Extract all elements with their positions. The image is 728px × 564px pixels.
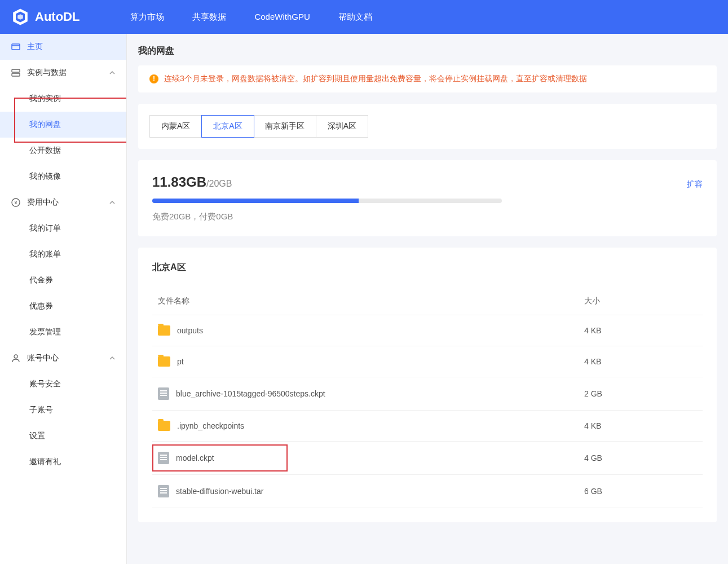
tab-nanjing[interactable]: 南京新手区 (254, 116, 316, 137)
sidebar-group-instance[interactable]: 实例与数据 (0, 60, 126, 86)
instance-icon (11, 68, 20, 77)
file-name: pt (177, 357, 184, 366)
sidebar-item-subaccount[interactable]: 子账号 (0, 397, 126, 423)
tab-shenzhen[interactable]: 深圳A区 (316, 116, 368, 137)
file-name: stable-diffusion-webui.tar (176, 487, 263, 496)
sidebar-item-coupon[interactable]: 优惠券 (0, 293, 126, 319)
storage-card: 11.83GB/20GB 扩容 免费20GB，付费0GB (138, 160, 717, 236)
col-name-header: 文件名称 (158, 296, 584, 306)
sidebar-group-label: 账号中心 (27, 353, 59, 363)
sidebar-item-my-image[interactable]: 我的镜像 (0, 164, 126, 190)
sidebar-item-my-orders[interactable]: 我的订单 (0, 215, 126, 241)
sidebar-item-security[interactable]: 账号安全 (0, 371, 126, 397)
file-table-header: 文件名称 大小 (152, 288, 703, 315)
file-table: 文件名称 大小 outputs 4 KB pt 4 KB blue_archiv… (152, 288, 703, 508)
billing-icon: ¥ (11, 198, 20, 207)
sidebar-group-label: 费用中心 (27, 197, 59, 208)
file-name: outputs (177, 326, 203, 335)
warning-text: 连续3个月未登录，网盘数据将被清空。如扩容到期且使用量超出免费容量，将会停止实例… (164, 74, 587, 84)
sidebar-item-invoice[interactable]: 发票管理 (0, 319, 126, 345)
folder-icon (158, 356, 170, 367)
expand-button[interactable]: 扩容 (687, 179, 703, 190)
sidebar-item-public-data[interactable]: 公开数据 (0, 138, 126, 164)
chevron-up-icon (109, 68, 115, 77)
file-row[interactable]: outputs 4 KB (152, 315, 703, 346)
storage-detail: 免费20GB，付费0GB (152, 211, 703, 222)
sidebar-group-account[interactable]: 账号中心 (0, 345, 126, 371)
file-name: .ipynb_checkpoints (177, 421, 244, 430)
col-size-header: 大小 (584, 296, 697, 306)
file-row[interactable]: blue_archive-1015tagged-96500steps.ckpt … (152, 377, 703, 411)
svg-rect-3 (12, 73, 20, 76)
warning-icon: ! (149, 74, 158, 83)
file-size: 4 KB (584, 357, 697, 366)
sidebar-home[interactable]: 主页 (0, 34, 126, 60)
nav-links: 算力市场 共享数据 CodeWithGPU 帮助文档 (130, 12, 372, 23)
logo-icon (11, 8, 29, 26)
file-row[interactable]: stable-diffusion-webui.tar 6 GB (152, 475, 703, 508)
sidebar-item-invite[interactable]: 邀请有礼 (0, 449, 126, 475)
warning-banner: ! 连续3个月未登录，网盘数据将被清空。如扩容到期且使用量超出免费容量，将会停止… (138, 65, 717, 92)
sidebar-group-billing[interactable]: ¥ 费用中心 (0, 190, 126, 215)
logo-text: AutoDL (35, 10, 80, 24)
nav-link-market[interactable]: 算力市场 (130, 12, 164, 23)
chevron-up-icon (109, 198, 115, 207)
nav-link-help[interactable]: 帮助文档 (338, 12, 372, 23)
file-icon (158, 387, 169, 400)
svg-rect-0 (12, 44, 20, 50)
storage-progress (152, 199, 502, 203)
file-region-label: 北京A区 (152, 262, 703, 274)
file-size: 4 KB (584, 326, 697, 335)
file-name: model.ckpt (176, 453, 214, 462)
sidebar-home-label: 主页 (27, 42, 43, 52)
svg-point-6 (14, 355, 17, 358)
top-nav: AutoDL 算力市场 共享数据 CodeWithGPU 帮助文档 (0, 0, 728, 34)
sidebar-item-voucher[interactable]: 代金券 (0, 267, 126, 293)
content-area: 我的网盘 ! 连续3个月未登录，网盘数据将被清空。如扩容到期且使用量超出免费容量… (127, 34, 728, 564)
file-name: blue_archive-1015tagged-96500steps.ckpt (176, 389, 325, 398)
sidebar: 主页 实例与数据 我的实例 我的网盘 公开数据 我的镜像 ¥ 费用中心 (0, 34, 127, 564)
file-icon (158, 485, 169, 497)
region-tabs-card: 内蒙A区 北京A区 南京新手区 深圳A区 (138, 104, 717, 149)
tab-beijing[interactable]: 北京A区 (201, 115, 254, 138)
file-icon (158, 452, 169, 464)
folder-icon (158, 421, 170, 431)
storage-total: /20GB (206, 179, 232, 188)
sidebar-item-my-bills[interactable]: 我的账单 (0, 241, 126, 267)
file-size: 2 GB (584, 389, 697, 398)
svg-text:¥: ¥ (14, 200, 17, 205)
folder-icon (158, 325, 170, 336)
account-icon (11, 354, 20, 363)
sidebar-item-my-disk[interactable]: 我的网盘 (0, 112, 126, 138)
file-size: 4 GB (584, 453, 697, 462)
chevron-up-icon (109, 354, 115, 363)
home-icon (11, 42, 20, 51)
nav-link-shared-data[interactable]: 共享数据 (192, 12, 226, 23)
storage-used: 11.83GB (152, 174, 206, 190)
svg-rect-2 (12, 69, 20, 72)
sidebar-item-settings[interactable]: 设置 (0, 423, 126, 449)
file-row[interactable]: pt 4 KB (152, 346, 703, 377)
tab-neimeng[interactable]: 内蒙A区 (150, 116, 202, 137)
file-row[interactable]: model.ckpt 4 GB (152, 442, 703, 475)
sidebar-item-my-instance[interactable]: 我的实例 (0, 86, 126, 112)
page-title: 我的网盘 (138, 45, 717, 57)
nav-link-codewithgpu[interactable]: CodeWithGPU (254, 12, 310, 23)
storage-progress-fill (152, 199, 359, 203)
region-tabs: 内蒙A区 北京A区 南京新手区 深圳A区 (149, 115, 368, 138)
file-size: 4 KB (584, 421, 697, 430)
logo[interactable]: AutoDL (11, 8, 80, 26)
sidebar-group-label: 实例与数据 (27, 68, 67, 78)
file-list-card: 北京A区 文件名称 大小 outputs 4 KB pt 4 KB blue_a… (138, 248, 717, 522)
file-size: 6 GB (584, 487, 697, 496)
file-row[interactable]: .ipynb_checkpoints 4 KB (152, 411, 703, 442)
